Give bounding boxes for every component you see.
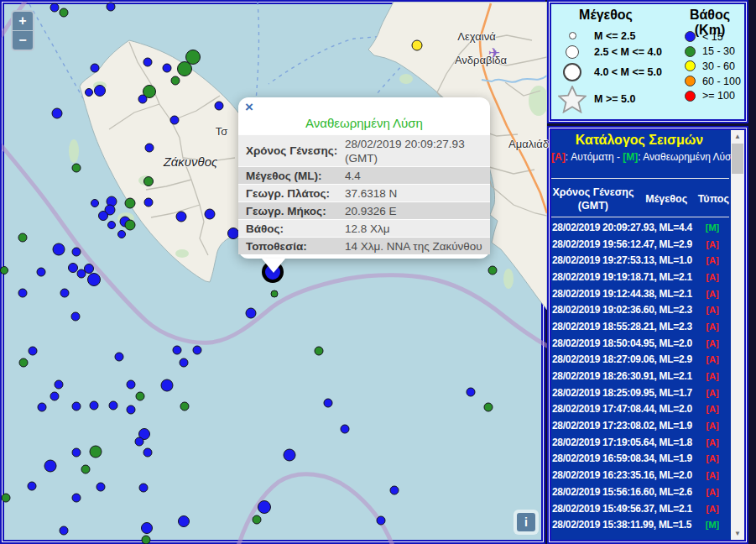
earthquake-marker[interactable] <box>72 402 81 411</box>
scrollbar-thumb[interactable] <box>732 144 743 174</box>
earthquake-marker[interactable] <box>44 460 57 473</box>
map-panel[interactable]: ΖάκυνθοςΤσΑμαλιάδΛεχαινάΑνδραβίδα ✈ + − … <box>0 0 545 544</box>
zoom-out-button[interactable]: − <box>13 31 33 50</box>
close-icon[interactable]: × <box>245 100 253 115</box>
info-button[interactable]: i <box>514 510 539 535</box>
earthquake-marker[interactable] <box>81 465 91 474</box>
earthquake-marker[interactable] <box>324 399 333 408</box>
earthquake-marker[interactable] <box>37 268 46 277</box>
earthquake-marker[interactable] <box>135 437 144 447</box>
earthquake-marker[interactable] <box>71 312 81 322</box>
earthquake-marker[interactable] <box>341 425 350 434</box>
earthquake-marker[interactable] <box>72 448 81 458</box>
earthquake-marker[interactable] <box>390 486 399 495</box>
earthquake-marker[interactable] <box>180 402 190 411</box>
earthquake-marker[interactable] <box>53 243 65 256</box>
earthquake-marker[interactable] <box>180 358 189 368</box>
earthquake-marker[interactable] <box>127 380 136 390</box>
earthquake-marker[interactable] <box>60 8 69 18</box>
earthquake-marker[interactable] <box>136 392 145 401</box>
earthquake-marker[interactable] <box>143 176 154 186</box>
scroll-up-icon[interactable]: ▲ <box>731 130 744 143</box>
earthquake-marker[interactable] <box>143 58 153 67</box>
earthquake-marker[interactable] <box>85 88 93 97</box>
earthquake-marker[interactable] <box>72 164 81 173</box>
catalog-row[interactable]: 28/02/2019 18:50:04.95, ML=2.0[A] <box>552 335 729 352</box>
earthquake-marker[interactable] <box>144 198 154 207</box>
earthquake-marker[interactable] <box>96 483 106 492</box>
earthquake-marker[interactable] <box>90 446 102 458</box>
catalog-row[interactable]: 28/02/2019 19:56:12.47, ML=2.9[A] <box>552 236 729 253</box>
earthquake-marker[interactable] <box>72 248 81 257</box>
earthquake-marker[interactable] <box>171 76 180 86</box>
earthquake-marker[interactable] <box>109 401 118 411</box>
earthquake-marker[interactable] <box>141 522 153 534</box>
earthquake-marker[interactable] <box>29 347 38 356</box>
earthquake-marker[interactable] <box>19 358 29 368</box>
earthquake-marker[interactable] <box>60 526 69 536</box>
earthquake-marker[interactable] <box>178 515 190 527</box>
catalog-row[interactable]: 28/02/2019 16:59:08.34, ML=1.9[A] <box>552 451 729 468</box>
earthquake-marker[interactable] <box>60 289 70 298</box>
earthquake-marker[interactable] <box>0 266 8 275</box>
earthquake-marker[interactable] <box>18 233 28 243</box>
earthquake-marker[interactable] <box>52 108 63 119</box>
earthquake-marker[interactable] <box>412 40 423 51</box>
earthquake-marker[interactable] <box>107 3 116 12</box>
catalog-row[interactable]: 28/02/2019 18:26:30.91, ML=2.1[A] <box>552 368 729 384</box>
catalog-row[interactable]: 28/02/2019 18:25:09.95, ML=1.7[A] <box>552 384 729 401</box>
catalog-row[interactable]: 28/02/2019 19:19:18.71, ML=2.1[A] <box>552 269 729 285</box>
earthquake-marker[interactable] <box>125 198 136 209</box>
earthquake-marker[interactable] <box>377 516 386 526</box>
earthquake-marker[interactable] <box>50 392 60 401</box>
earthquake-marker[interactable] <box>107 221 116 229</box>
earthquake-marker[interactable] <box>193 346 202 355</box>
earthquake-marker[interactable] <box>143 448 153 458</box>
earthquake-marker[interactable] <box>173 346 182 355</box>
earthquake-marker[interactable] <box>38 403 47 412</box>
earthquake-marker[interactable] <box>145 144 154 153</box>
earthquake-marker[interactable] <box>91 199 99 207</box>
catalog-row[interactable]: 28/02/2019 17:23:08.02, ML=1.9[A] <box>552 417 729 434</box>
earthquake-marker[interactable] <box>177 61 192 76</box>
catalog-row[interactable]: 28/02/2019 15:38:11.99, ML=1.5[M] <box>552 516 729 533</box>
catalog-row[interactable]: 28/02/2019 19:27:53.13, ML=1.0[A] <box>552 252 729 269</box>
earthquake-marker[interactable] <box>87 273 101 286</box>
catalog-scrollbar[interactable]: ▲ ▼ <box>731 130 744 540</box>
earthquake-marker[interactable] <box>50 3 60 13</box>
earthquake-marker[interactable] <box>98 211 108 221</box>
earthquake-marker[interactable] <box>125 220 136 231</box>
catalog-row[interactable]: 28/02/2019 19:02:36.60, ML=2.3[A] <box>552 301 729 318</box>
earthquake-marker[interactable] <box>176 212 187 222</box>
earthquake-marker[interactable] <box>72 494 81 503</box>
earthquake-marker[interactable] <box>117 230 126 238</box>
earthquake-marker[interactable] <box>315 347 324 356</box>
catalog-row[interactable]: 28/02/2019 18:55:28.21, ML=2.3[A] <box>552 318 729 335</box>
catalog-row[interactable]: 28/02/2019 16:23:35.16, ML=2.0[A] <box>552 467 729 484</box>
earthquake-marker[interactable] <box>163 64 172 73</box>
earthquake-marker[interactable] <box>127 405 136 415</box>
earthquake-marker[interactable] <box>258 500 271 514</box>
earthquake-marker[interactable] <box>94 85 106 97</box>
catalog-row[interactable]: 28/02/2019 17:47:08.44, ML=2.0[A] <box>552 401 729 418</box>
catalog-row[interactable]: 28/02/2019 18:27:09.06, ML=2.9[A] <box>552 352 729 369</box>
earthquake-marker[interactable] <box>161 379 174 392</box>
earthquake-marker[interactable] <box>115 353 124 362</box>
catalog-row[interactable]: 28/02/2019 20:09:27.93, ML=4.4[M] <box>552 219 729 236</box>
earthquake-marker[interactable] <box>91 64 100 73</box>
scroll-down-icon[interactable]: ▼ <box>731 527 744 540</box>
earthquake-marker[interactable] <box>2 494 11 503</box>
zoom-in-button[interactable]: + <box>13 12 33 31</box>
earthquake-marker[interactable] <box>215 102 224 111</box>
earthquake-marker[interactable] <box>205 209 216 220</box>
earthquake-marker[interactable] <box>55 380 64 390</box>
earthquake-marker[interactable] <box>227 228 239 239</box>
earthquake-marker[interactable] <box>28 482 37 491</box>
earthquake-marker[interactable] <box>484 403 493 412</box>
earthquake-marker[interactable] <box>138 95 148 104</box>
earthquake-marker[interactable] <box>271 290 279 298</box>
earthquake-marker[interactable] <box>467 388 476 397</box>
earthquake-marker[interactable] <box>90 401 99 411</box>
earthquake-marker[interactable] <box>284 449 296 462</box>
earthquake-marker[interactable] <box>246 308 257 319</box>
